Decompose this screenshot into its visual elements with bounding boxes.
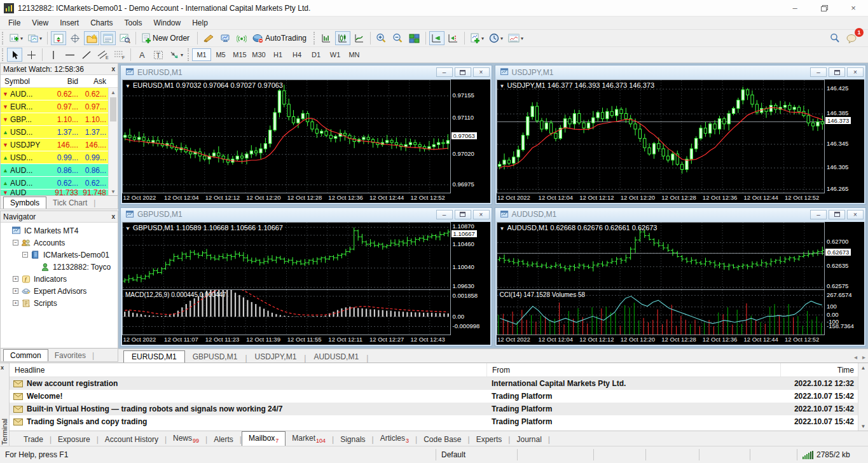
chart-sub-pane[interactable]: MACD(12,26,9) 0.000445 0.000447 <box>122 290 451 335</box>
scroll-down-icon[interactable]: ▼ <box>858 422 868 431</box>
price-axis[interactable]: 0.971550.971100.970200.969750.97063 <box>451 79 490 203</box>
terminal-tab-trade[interactable]: Trade <box>17 433 50 446</box>
chart-tab-usdjpy-m1[interactable]: USDJPY,M1 <box>247 351 305 363</box>
periods-button[interactable]: ▾ <box>487 31 505 45</box>
scroll-right-icon[interactable]: ▸ <box>862 354 865 361</box>
vertical-line-tool-button[interactable] <box>46 48 61 62</box>
chevron-down-icon[interactable]: ▼ <box>125 83 130 89</box>
connection-status[interactable]: 2785/2 kb <box>797 449 868 460</box>
chart-client-area[interactable]: ▼AUDUSD,M1 0.62668 0.62676 0.62661 0.626… <box>497 222 865 345</box>
tree-expander-icon[interactable]: − <box>13 240 18 245</box>
autotrading-button[interactable]: AutoTrading <box>251 31 311 45</box>
scroll-up-icon[interactable]: ▲ <box>109 88 118 97</box>
tree-expander-icon[interactable]: − <box>22 252 28 258</box>
scrollbar-thumb[interactable] <box>110 97 116 121</box>
tree-expander-icon[interactable]: + <box>13 300 18 306</box>
timeframe-m5[interactable]: M5 <box>211 48 230 61</box>
column-symbol[interactable]: Symbol <box>1 77 50 86</box>
chevron-down-icon[interactable]: ▼ <box>500 226 505 232</box>
notifications-button[interactable]: 1 <box>844 31 859 45</box>
chart-minimize-button[interactable]: – <box>436 67 453 77</box>
market-watch-row[interactable]: ▲USD...0.99...0.99... <box>1 151 118 164</box>
chart-main-pane[interactable]: ▼USDJPY,M1 146.377 146.393 146.373 146.3… <box>497 79 825 193</box>
chart-close-button[interactable]: × <box>847 210 864 219</box>
chart-restore-button[interactable] <box>829 210 845 219</box>
tree-item-ic-markets-mt4[interactable]: IC Markets MT4 <box>3 225 118 237</box>
market-watch-row[interactable]: ▼EUR...0.97...0.97... <box>1 100 118 113</box>
close-icon[interactable]: x <box>111 213 115 220</box>
chart-shift-button[interactable] <box>446 31 461 45</box>
zoom-out-button[interactable] <box>390 31 406 45</box>
trendline-tool-button[interactable] <box>79 48 94 62</box>
menu-charts[interactable]: Charts <box>85 17 118 29</box>
chart-tab-gbpusd-m1[interactable]: GBPUSD,M1 <box>185 351 245 363</box>
tile-windows-button[interactable] <box>407 31 422 45</box>
restore-button[interactable] <box>809 0 839 16</box>
toolbar-grip[interactable] <box>2 32 4 45</box>
mailbox-row[interactable]: Welcome!Trading Platform2022.10.07 15:42 <box>10 390 868 403</box>
crosshair-tool-button[interactable] <box>24 48 39 62</box>
close-button[interactable]: × <box>839 0 868 16</box>
timeframe-d1[interactable]: D1 <box>307 48 326 61</box>
tree-item-accounts[interactable]: −Accounts <box>3 237 118 249</box>
chart-tab-eurusd-m1[interactable]: EURUSD,M1 <box>123 350 185 363</box>
tree-item-icmarkets-demo01[interactable]: −ICMarkets-Demo01 <box>3 249 118 261</box>
chart-minimize-button[interactable]: – <box>810 210 827 219</box>
minimize-button[interactable]: – <box>780 0 809 16</box>
chart-close-button[interactable]: × <box>847 67 864 77</box>
column-ask[interactable]: Ask <box>78 77 106 86</box>
terminal-tab-articles[interactable]: Articles3 <box>374 432 415 446</box>
terminal-tab-account-history[interactable]: Account History <box>99 433 165 446</box>
auto-scroll-button[interactable] <box>429 31 444 45</box>
time-axis[interactable]: 12 Oct 202212 Oct 12:0412 Oct 12:1212 Oc… <box>122 193 451 203</box>
bar-chart-mode-button[interactable] <box>319 31 334 45</box>
market-watch-row[interactable]: ▲AUD...0.86...0.86... <box>1 164 118 177</box>
market-watch-scrollbar[interactable]: ▲ ▼ <box>108 88 118 196</box>
menu-tools[interactable]: Tools <box>119 17 148 29</box>
menu-view[interactable]: View <box>26 17 54 29</box>
text-label-tool-button[interactable]: T <box>151 48 166 62</box>
terminal-tab-news[interactable]: News99 <box>167 432 205 446</box>
tree-item-12132882-toyco[interactable]: 12132882: Toyco <box>3 261 118 273</box>
terminal-tab-mailbox[interactable]: Mailbox7 <box>242 431 286 446</box>
terminal-tab-code-base[interactable]: Code Base <box>417 433 467 446</box>
chart-minimize-button[interactable]: – <box>810 67 827 77</box>
tab-tick-chart[interactable]: Tick Chart <box>46 197 93 209</box>
market-watch-row[interactable]: ▼AUD...0.62...0.62... <box>1 88 118 100</box>
toolbar-grip[interactable] <box>313 32 316 45</box>
chart-main-pane[interactable]: ▼AUDUSD,M1 0.62668 0.62676 0.62661 0.626… <box>497 222 825 290</box>
close-icon[interactable]: x <box>1 364 4 371</box>
zoom-in-button[interactable] <box>374 31 389 45</box>
chart-close-button[interactable]: × <box>473 210 490 219</box>
text-tool-button[interactable]: A <box>134 48 149 62</box>
menu-window[interactable]: Window <box>148 17 187 29</box>
chart-main-pane[interactable]: ▼EURUSD,M1 0.97032 0.97064 0.97027 0.970… <box>122 79 451 193</box>
chart-close-button[interactable]: × <box>473 67 490 77</box>
timeframe-w1[interactable]: W1 <box>326 48 345 61</box>
chevron-down-icon[interactable]: ▼ <box>500 83 505 89</box>
chart-tab-audusd-m1[interactable]: AUDUSD,M1 <box>306 351 366 363</box>
tree-item-expert-advisors[interactable]: +Expert Advisors <box>3 285 118 297</box>
timeframe-mn[interactable]: MN <box>345 48 364 61</box>
scroll-down-icon[interactable]: ▼ <box>109 187 118 196</box>
terminal-tab-experts[interactable]: Experts <box>470 433 509 446</box>
market-watch-row[interactable]: ▲USD...1.37...1.37... <box>1 126 118 139</box>
market-watch-row[interactable]: ▼GBP...1.10...1.10... <box>1 113 118 126</box>
column-from[interactable]: From <box>486 363 780 377</box>
market-watch-row[interactable]: ▼USDJPY146....146.... <box>1 139 118 151</box>
chart-sub-pane[interactable]: CCI(14) 147.1528 Volumes 58 <box>497 290 825 335</box>
time-axis[interactable]: 12 Oct 202212 Oct 11:0712 Oct 11:2312 Oc… <box>122 335 451 345</box>
new-order-button[interactable]: New Order <box>139 31 194 45</box>
signals-button[interactable] <box>234 31 249 45</box>
toolbar-grip[interactable] <box>188 48 190 61</box>
tab-favorites[interactable]: Favorites <box>48 350 92 361</box>
fibonacci-tool-button[interactable]: F <box>112 48 127 62</box>
tree-expander-icon[interactable]: + <box>13 288 18 294</box>
timeframe-h4[interactable]: H4 <box>287 48 307 61</box>
data-window-button[interactable] <box>67 31 83 45</box>
menu-file[interactable]: File <box>3 17 26 29</box>
time-axis[interactable]: 12 Oct 202212 Oct 12:0412 Oct 12:1212 Oc… <box>497 193 825 203</box>
indicators-button[interactable]: ▾ <box>468 31 486 45</box>
profiles-button[interactable]: ▾ <box>26 31 44 45</box>
terminal-tab-exposure[interactable]: Exposure <box>52 433 97 446</box>
